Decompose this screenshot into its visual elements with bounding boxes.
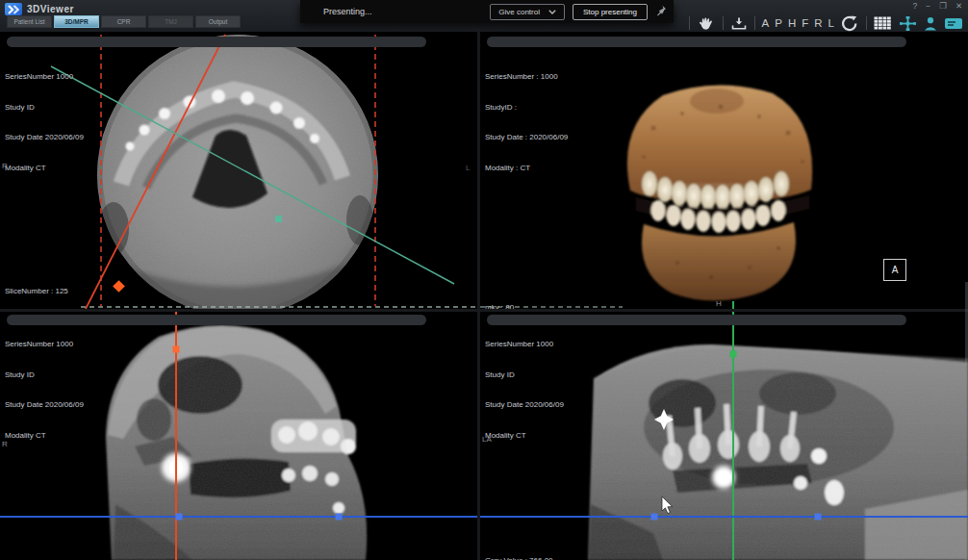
- axial-crosshair-handle[interactable]: [113, 280, 125, 293]
- sagittal-blue-handle[interactable]: [176, 514, 183, 521]
- crosshair-layout-icon[interactable]: [899, 16, 917, 31]
- gray-value: Gray Value : 766.00: [485, 556, 577, 560]
- pin-icon[interactable]: [656, 3, 667, 20]
- app-logo: 3DViewer: [5, 3, 74, 15]
- cross-green-handle[interactable]: [730, 351, 737, 358]
- orientation-head-button[interactable]: H: [788, 17, 796, 29]
- axial-slice-info: SliceNumber : 125 WL : 1750 WW : 2500: [5, 267, 68, 309]
- toolbar-divider: [754, 16, 755, 30]
- orientation-buttons: A P H F R L: [762, 17, 834, 29]
- presenting-status: Presenting...: [323, 7, 372, 16]
- sagittal-red-handle[interactable]: [173, 346, 180, 353]
- orientation-label-left-anterior: LA: [482, 435, 492, 444]
- user-icon[interactable]: [924, 16, 937, 31]
- sagittal-blue-handle[interactable]: [336, 514, 343, 521]
- tab-3d-mpr[interactable]: 3D/MPR: [54, 15, 99, 28]
- volume3d-panel: SeriesNumber : 1000 StudyID : Study Date…: [480, 32, 968, 309]
- view-toolbar: A P H F R L: [689, 14, 963, 32]
- app-window: 3DViewer Patient List 3D/MPR CPR TMJ Out…: [0, 0, 968, 560]
- give-control-label: Give control: [498, 8, 540, 16]
- orientation-label-right-side: R: [2, 162, 8, 170]
- volume3d-slider[interactable]: [487, 37, 906, 47]
- orientation-anterior-button[interactable]: A: [762, 17, 770, 29]
- volume3d-series-info: SeriesNumber : 1000 StudyID : Study Date…: [485, 52, 568, 193]
- cross-section-pixel-info: Gray Value : 766.00 (-7.72, -23.58, -52.…: [485, 536, 577, 560]
- cross-blue-handle[interactable]: [651, 514, 658, 521]
- app-title: 3DViewer: [27, 4, 74, 14]
- axial-slice-slider[interactable]: [7, 37, 426, 47]
- app-logo-icon: [5, 3, 22, 15]
- close-button[interactable]: ✕: [955, 1, 962, 11]
- orientation-label-left-side: L: [466, 164, 470, 172]
- presenting-bar: Presenting... Give control Stop presenti…: [300, 0, 674, 23]
- orientation-posterior-button[interactable]: P: [775, 17, 782, 29]
- give-control-button[interactable]: Give control: [490, 4, 565, 20]
- cross-blue-handle[interactable]: [815, 514, 822, 521]
- toolbar-divider: [866, 16, 867, 30]
- axial-green-handle[interactable]: [275, 216, 282, 222]
- stop-presenting-button[interactable]: Stop presenting: [573, 4, 648, 20]
- cross-section-panel: SeriesNumber 1000 Study ID Study Date 20…: [480, 312, 968, 560]
- cross-section-series-info: SeriesNumber 1000 Study ID Study Date 20…: [485, 319, 564, 461]
- axial-panel: SeriesNumber 1000 Study ID Study Date 20…: [0, 32, 477, 309]
- sagittal-series-info: SeriesNumber 1000 Study ID Study Date 20…: [5, 319, 84, 461]
- orientation-label-head: H: [716, 299, 722, 308]
- window-controls: ? − ❐ ✕: [913, 1, 962, 11]
- tab-patient-list[interactable]: Patient List: [7, 15, 52, 28]
- maximize-button[interactable]: ❐: [939, 1, 947, 11]
- orientation-right-button[interactable]: R: [814, 17, 822, 29]
- export-icon[interactable]: [730, 16, 748, 31]
- orientation-label-right-side: R: [2, 440, 8, 448]
- volume3d-orientation-marker[interactable]: A: [883, 259, 906, 281]
- orientation-foot-button[interactable]: F: [802, 17, 808, 29]
- tab-cpr[interactable]: CPR: [101, 15, 146, 28]
- help-button[interactable]: ?: [913, 1, 918, 11]
- main-tabs: Patient List 3D/MPR CPR TMJ Output: [7, 15, 241, 28]
- sagittal-panel: SeriesNumber 1000 Study ID Study Date 20…: [0, 312, 477, 560]
- toolbar-divider: [723, 16, 724, 30]
- tab-tmj[interactable]: TMJ: [148, 15, 193, 28]
- toolbar-divider: [689, 16, 690, 30]
- minimize-button[interactable]: −: [926, 1, 930, 11]
- chevron-down-icon: [548, 8, 556, 16]
- mpr-viewport: SeriesNumber 1000 Study ID Study Date 20…: [0, 32, 968, 560]
- volume3d-acquisition-info: mkv : 80 mA : 0 Thickness : 0.15: [485, 283, 541, 309]
- pan-hand-icon[interactable]: [697, 16, 716, 31]
- tab-output[interactable]: Output: [195, 15, 241, 28]
- reset-orientation-icon[interactable]: [841, 15, 859, 32]
- orientation-left-button[interactable]: L: [828, 17, 834, 29]
- screen-share-icon[interactable]: [944, 16, 963, 31]
- axial-series-info: SeriesNumber 1000 Study ID Study Date 20…: [5, 52, 84, 193]
- layout-grid-icon[interactable]: [874, 16, 892, 30]
